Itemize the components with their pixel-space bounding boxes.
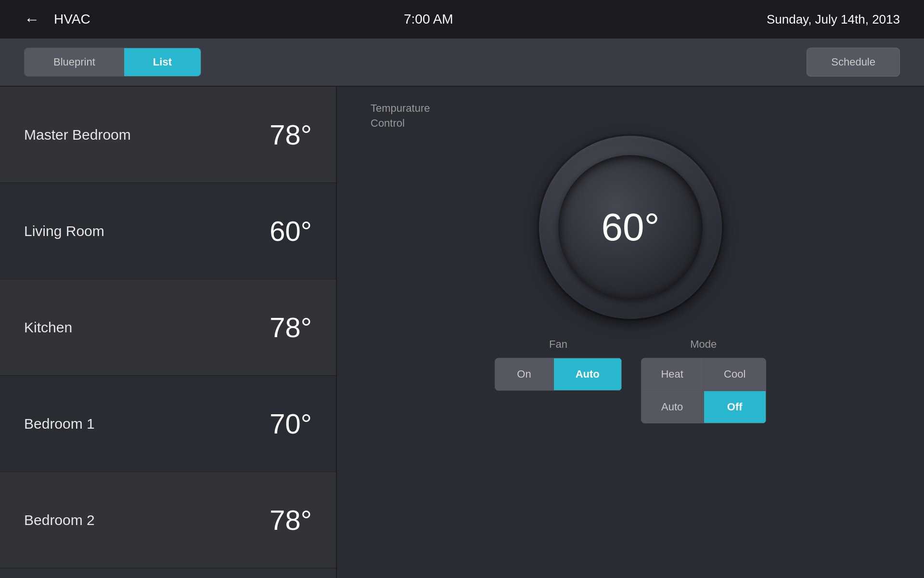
room-item-living-room[interactable]: Living Room 60° xyxy=(0,183,336,279)
mode-heat-button[interactable]: Heat xyxy=(641,358,704,391)
header: ← HVAC 7:00 AM Sunday, July 14th, 2013 xyxy=(0,0,924,39)
room-temp: 60° xyxy=(270,215,312,247)
fan-label: Fan xyxy=(549,338,567,351)
room-name: Master Bedroom xyxy=(24,127,131,143)
mode-control-group: Mode Heat Cool Auto Off xyxy=(641,338,766,423)
room-name: Kitchen xyxy=(24,319,72,336)
tab-list[interactable]: List xyxy=(124,48,201,76)
view-tabs: Blueprint List xyxy=(24,48,201,77)
mode-auto-button[interactable]: Auto xyxy=(641,391,704,423)
dial-inner: 60° xyxy=(558,155,703,300)
mode-buttons: Heat Cool Auto Off xyxy=(641,358,766,423)
fan-on-button[interactable]: On xyxy=(495,358,553,391)
temp-control-label-line2: Control xyxy=(371,116,405,131)
schedule-button[interactable]: Schedule xyxy=(807,48,900,77)
room-item-kitchen[interactable]: Kitchen 78° xyxy=(0,279,336,376)
room-temp: 78° xyxy=(270,504,312,536)
controls-bottom: Fan On Auto Mode Heat Cool Auto Off xyxy=(356,338,905,423)
room-item-master-bedroom[interactable]: Master Bedroom 78° xyxy=(0,87,336,183)
room-name: Bedroom 1 xyxy=(24,416,95,432)
room-list: Master Bedroom 78° Living Room 60° Kitch… xyxy=(0,87,337,578)
mode-cool-button[interactable]: Cool xyxy=(704,358,766,391)
mode-label: Mode xyxy=(690,338,717,351)
header-left: ← HVAC xyxy=(24,11,90,28)
temp-control-label-line1: Tempurature xyxy=(371,101,430,116)
toolbar: Blueprint List Schedule xyxy=(0,39,924,87)
back-button[interactable]: ← xyxy=(24,11,39,28)
main-content: Master Bedroom 78° Living Room 60° Kitch… xyxy=(0,87,924,578)
room-temp: 78° xyxy=(270,311,312,343)
app-title: HVAC xyxy=(54,12,90,27)
control-panel: Tempurature Control xyxy=(337,87,924,578)
room-name: Bedroom 2 xyxy=(24,512,95,528)
room-temp: 78° xyxy=(270,118,312,151)
thermostat-dial[interactable]: 60° xyxy=(534,131,727,324)
tab-blueprint[interactable]: Blueprint xyxy=(25,48,124,76)
current-date: Sunday, July 14th, 2013 xyxy=(767,12,900,27)
room-item-bedroom1[interactable]: Bedroom 1 70° xyxy=(0,376,336,472)
dial-temperature: 60° xyxy=(602,205,660,250)
fan-control-group: Fan On Auto xyxy=(495,338,621,423)
current-time: 7:00 AM xyxy=(404,12,453,27)
fan-auto-button[interactable]: Auto xyxy=(553,358,622,391)
room-temp: 70° xyxy=(270,407,312,440)
fan-buttons: On Auto xyxy=(495,358,621,391)
mode-off-button[interactable]: Off xyxy=(704,391,766,423)
room-name: Living Room xyxy=(24,223,104,239)
room-item-bedroom2[interactable]: Bedroom 2 78° xyxy=(0,472,336,568)
